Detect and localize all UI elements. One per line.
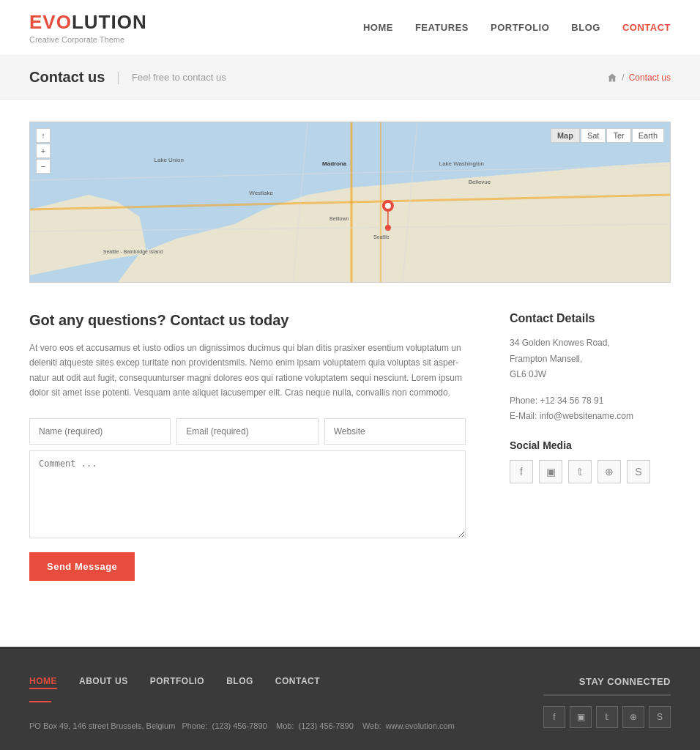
svg-text:Westlake: Westlake	[249, 190, 273, 196]
map-pan-up[interactable]: ↑	[36, 128, 51, 143]
svg-text:Seattle: Seattle	[373, 234, 390, 240]
form-description: At vero eos et accusamus et iusto odios …	[29, 341, 466, 401]
map-type-map[interactable]: Map	[551, 128, 580, 143]
breadcrumb-current[interactable]: Contact us	[629, 73, 671, 83]
footer-stay-divider	[543, 694, 671, 696]
footer-social-skype[interactable]: S	[649, 706, 671, 728]
svg-point-13	[385, 203, 391, 209]
name-input[interactable]	[29, 418, 171, 445]
breadcrumb-left: Contact us | Feel free to contact us	[29, 69, 226, 86]
footer-address: PO Box 49, 146 street Brussels, Belgium …	[29, 721, 455, 730]
map-container: Westlake Belltown Seattle Bellevue Lake …	[29, 122, 671, 283]
contact-form: Send Message	[29, 418, 466, 581]
footer-address-text: PO Box 49, 146 street Brussels, Belgium	[29, 721, 175, 730]
home-icon	[607, 73, 617, 83]
header: EVOLUTION Creative Corporate Theme HOME …	[0, 0, 700, 56]
social-icons: f ▣ 𝕥 ⊕ S	[510, 460, 671, 483]
logo: EVOLUTION Creative Corporate Theme	[29, 11, 147, 44]
footer-stay-heading: STAY CONNECTED	[543, 676, 671, 687]
footer-social-instagram[interactable]: ▣	[570, 706, 592, 728]
social-skype[interactable]: S	[627, 460, 650, 483]
logo-prefix: EVO	[29, 11, 72, 33]
website-input[interactable]	[324, 418, 466, 445]
svg-text:Belltown: Belltown	[329, 216, 349, 221]
map-controls: ↑ + −	[36, 128, 51, 174]
footer-web-value: www.evolution.com	[386, 721, 455, 730]
map-type-earth[interactable]: Earth	[632, 128, 664, 143]
form-heading: Got any questions? Contact us today	[29, 312, 466, 329]
footer-web-label: Web:	[362, 721, 381, 730]
contact-details-heading: Contact Details	[510, 312, 671, 325]
svg-text:Seattle - Bainbridge Island: Seattle - Bainbridge Island	[103, 249, 163, 255]
nav-contact[interactable]: CONTACT	[622, 22, 671, 33]
footer-top: HOME ABOUT US PORTFOLIO BLOG CONTACT PO …	[0, 647, 700, 750]
email-input[interactable]	[176, 418, 318, 445]
address-line3: GL6 0JW	[510, 367, 671, 383]
breadcrumb-separator: |	[116, 70, 120, 85]
footer-social-twitter[interactable]: 𝕥	[596, 706, 618, 728]
contact-email: E-Mail: info@websitename.com	[510, 409, 671, 425]
nav-features[interactable]: FEATURES	[415, 22, 469, 33]
address-line2: Frampton Mansell,	[510, 352, 671, 368]
svg-text:Bellevue: Bellevue	[469, 179, 491, 185]
contact-phone: Phone: +12 34 56 78 91	[510, 393, 671, 409]
map-zoom-in[interactable]: +	[36, 144, 51, 158]
footer-nav-about[interactable]: ABOUT US	[79, 676, 128, 689]
nav-home[interactable]: HOME	[363, 22, 393, 33]
main-content: Westlake Belltown Seattle Bellevue Lake …	[0, 100, 700, 603]
contact-address: 34 Golden Knowes Road, Frampton Mansell,…	[510, 335, 671, 383]
contact-info: Phone: +12 34 56 78 91 E-Mail: info@webs…	[510, 393, 671, 425]
map-type-sat[interactable]: Sat	[581, 128, 606, 143]
footer-nav-divider	[29, 701, 51, 702]
social-heading: Social Media	[510, 439, 671, 451]
map-zoom-out[interactable]: −	[36, 159, 51, 174]
breadcrumb-bar: Contact us | Feel free to contact us / C…	[0, 56, 700, 100]
logo-text: EVOLUTION	[29, 11, 147, 34]
footer-stay-connected: STAY CONNECTED f ▣ 𝕥 ⊕ S	[543, 676, 671, 728]
page-title: Contact us	[29, 69, 105, 86]
footer-nav-links: HOME ABOUT US PORTFOLIO BLOG CONTACT	[29, 676, 455, 689]
map-svg: Westlake Belltown Seattle Bellevue Lake …	[30, 122, 670, 282]
comment-textarea[interactable]	[29, 450, 466, 538]
submit-button[interactable]: Send Message	[29, 552, 135, 581]
main-nav: HOME FEATURES PORTFOLIO BLOG CONTACT	[363, 22, 671, 33]
footer-mob-value: (123) 456-7890	[299, 721, 354, 730]
logo-suffix: LUTION	[72, 11, 147, 33]
footer: HOME ABOUT US PORTFOLIO BLOG CONTACT PO …	[0, 647, 700, 750]
page-subtitle: Feel free to contact us	[132, 72, 226, 83]
logo-subtitle: Creative Corporate Theme	[29, 35, 147, 44]
svg-text:Madrona: Madrona	[322, 160, 347, 167]
footer-nav-home[interactable]: HOME	[29, 676, 57, 689]
contact-section: Got any questions? Contact us today At v…	[29, 312, 671, 581]
contact-form-area: Got any questions? Contact us today At v…	[29, 312, 466, 581]
footer-social-dribbble[interactable]: ⊕	[622, 706, 644, 728]
social-twitter[interactable]: 𝕥	[568, 460, 592, 483]
footer-social-facebook[interactable]: f	[543, 706, 565, 728]
svg-text:Lake Union: Lake Union	[154, 157, 184, 163]
footer-nav-contact[interactable]: CONTACT	[275, 676, 320, 689]
address-line1: 34 Golden Knowes Road,	[510, 335, 671, 352]
footer-nav-blog[interactable]: BLOG	[226, 676, 253, 689]
footer-nav: HOME ABOUT US PORTFOLIO BLOG CONTACT PO …	[29, 676, 455, 730]
footer-phone-label: Phone:	[182, 721, 208, 730]
social-facebook[interactable]: f	[510, 460, 533, 483]
social-dribbble[interactable]: ⊕	[597, 460, 621, 483]
svg-text:Lake Washington: Lake Washington	[439, 160, 484, 167]
footer-phone-value: (123) 456-7890	[212, 721, 267, 730]
social-instagram[interactable]: ▣	[539, 460, 562, 483]
form-row-1	[29, 418, 466, 445]
nav-portfolio[interactable]: PORTFOLIO	[491, 22, 549, 33]
map-type-ter[interactable]: Ter	[606, 128, 630, 143]
footer-social-icons: f ▣ 𝕥 ⊕ S	[543, 706, 671, 728]
breadcrumb-right: / Contact us	[607, 73, 671, 83]
contact-sidebar: Contact Details 34 Golden Knowes Road, F…	[510, 312, 671, 581]
breadcrumb-slash: /	[622, 73, 624, 83]
footer-mob-label: Mob:	[276, 721, 294, 730]
nav-blog[interactable]: BLOG	[571, 22, 600, 33]
footer-nav-portfolio[interactable]: PORTFOLIO	[150, 676, 205, 689]
map-type-buttons: Map Sat Ter Earth	[551, 128, 664, 143]
